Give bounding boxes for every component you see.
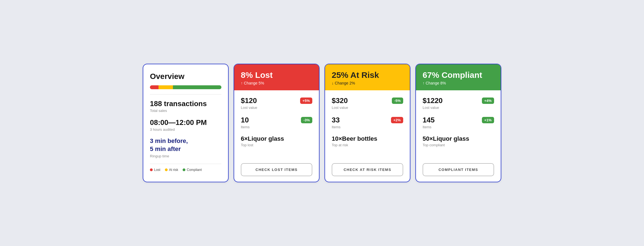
ringup-label: Ringup time [150, 154, 221, 158]
at-risk-arrow-icon [332, 81, 334, 85]
compliant-header-title: 67% Compliant [423, 70, 494, 80]
lost-header: 8% Lost Change 5% [234, 64, 319, 90]
compliant-header-change: Change 8% [423, 81, 494, 85]
legend-label-lost: Lost [154, 168, 160, 172]
lost-value-badge: +5% [300, 98, 312, 104]
lost-items-row: 10 Items -3% [241, 116, 312, 129]
lost-value: $120 [241, 96, 257, 105]
lost-value-row: $120 Lost value +5% [241, 96, 312, 110]
at-risk-top-item-label: Top at risk [332, 143, 403, 147]
compliant-body: $1220 Lost value +4% 145 Items +1% 50×Li… [416, 90, 501, 159]
legend-at-risk: At risk [165, 168, 178, 172]
compliant-items-badge: +1% [482, 117, 494, 123]
lost-items-label: Items [241, 125, 250, 129]
compliant-top-item-label: Top compliant [423, 143, 494, 147]
stat-ringup: 3 min before,5 min after Ringup time [150, 137, 221, 158]
stat-transactions-label: Total sales [150, 109, 221, 113]
stat-transactions-value: 188 transactions [150, 99, 221, 108]
legend: Lost At risk Compliant [150, 164, 221, 172]
at-risk-header-title: 25% At Risk [332, 70, 403, 80]
legend-lost: Lost [150, 168, 160, 172]
progress-compliant [173, 85, 221, 89]
compliant-items-button[interactable]: COMPLIANT ITEMS [423, 163, 494, 176]
lost-footer: CHECK LOST ITEMS [234, 159, 319, 182]
lost-top-item-value: 6×Liquor glass [241, 135, 312, 142]
compliant-items-row: 145 Items +1% [423, 116, 494, 129]
legend-dot-compliant [183, 168, 185, 171]
stat-transactions: 188 transactions Total sales [150, 99, 221, 113]
lost-body: $120 Lost value +5% 10 Items -3% 6×Liquo… [234, 90, 319, 159]
at-risk-top-item: 10×Beer bottles Top at risk [332, 135, 403, 147]
compliant-value-label: Lost value [423, 106, 443, 110]
compliant-value: $1220 [423, 96, 443, 105]
compliant-card: 67% Compliant Change 8% $1220 Lost value… [415, 64, 501, 182]
compliant-top-item-value: 50×Liquor glass [423, 135, 494, 142]
at-risk-body: $320 Lost value -5% 33 Items +2% 10×Beer… [325, 90, 410, 159]
at-risk-items-row: 33 Items +2% [332, 116, 403, 129]
compliant-value-badge: +4% [482, 98, 494, 104]
at-risk-items-badge: +2% [391, 117, 403, 123]
at-risk-header-change: Change 2% [332, 81, 403, 85]
at-risk-items-label: Items [332, 125, 341, 129]
dashboard: Overview 188 transactions Total sales 08… [143, 64, 501, 182]
compliant-header: 67% Compliant Change 8% [416, 64, 501, 90]
progress-at-risk [159, 85, 173, 89]
check-at-risk-button[interactable]: CHECK AT RISK ITEMS [332, 163, 403, 176]
at-risk-value: $320 [332, 96, 348, 105]
lost-top-item-label: Top lost [241, 143, 312, 147]
stat-time: 08:00—12:00 PM 3 hours audited [150, 118, 221, 132]
at-risk-change-text: Change 2% [335, 81, 355, 85]
legend-compliant: Compliant [183, 168, 202, 172]
at-risk-value-badge: -5% [392, 98, 403, 104]
legend-dot-at-risk [165, 168, 168, 171]
compliant-change-text: Change 8% [426, 81, 446, 85]
at-risk-value-label: Lost value [332, 106, 348, 110]
legend-dot-lost [150, 168, 153, 171]
progress-lost [150, 85, 159, 89]
stat-time-label: 3 hours audited [150, 127, 221, 132]
check-lost-button[interactable]: CHECK LOST ITEMS [241, 163, 312, 176]
lost-card: 8% Lost Change 5% $120 Lost value +5% 10… [234, 64, 320, 182]
compliant-items-label: Items [423, 125, 435, 129]
compliant-top-item: 50×Liquor glass Top compliant [423, 135, 494, 147]
at-risk-top-item-value: 10×Beer bottles [332, 135, 403, 142]
lost-header-change: Change 5% [241, 81, 312, 85]
legend-label-compliant: Compliant [187, 168, 202, 172]
stat-time-value: 08:00—12:00 PM [150, 118, 221, 127]
overview-title: Overview [150, 72, 221, 81]
lost-header-title: 8% Lost [241, 70, 312, 80]
progress-bar [150, 85, 221, 89]
at-risk-header: 25% At Risk Change 2% [325, 64, 410, 90]
compliant-arrow-icon [423, 81, 425, 85]
lost-value-label: Lost value [241, 106, 257, 110]
compliant-items-value: 145 [423, 116, 435, 124]
compliant-value-row: $1220 Lost value +4% [423, 96, 494, 110]
legend-label-at-risk: At risk [169, 168, 178, 172]
at-risk-card: 25% At Risk Change 2% $320 Lost value -5… [324, 64, 410, 182]
ringup-value: 3 min before,5 min after [150, 137, 221, 153]
lost-arrow-icon [241, 81, 243, 85]
at-risk-value-row: $320 Lost value -5% [332, 96, 403, 110]
lost-items-value: 10 [241, 116, 250, 124]
lost-items-badge: -3% [301, 117, 312, 123]
lost-change-text: Change 5% [244, 81, 264, 85]
at-risk-footer: CHECK AT RISK ITEMS [325, 159, 410, 182]
compliant-footer: COMPLIANT ITEMS [416, 159, 501, 182]
divider-1 [150, 94, 221, 94]
lost-top-item: 6×Liquor glass Top lost [241, 135, 312, 147]
at-risk-items-value: 33 [332, 116, 341, 124]
overview-card: Overview 188 transactions Total sales 08… [143, 64, 229, 182]
